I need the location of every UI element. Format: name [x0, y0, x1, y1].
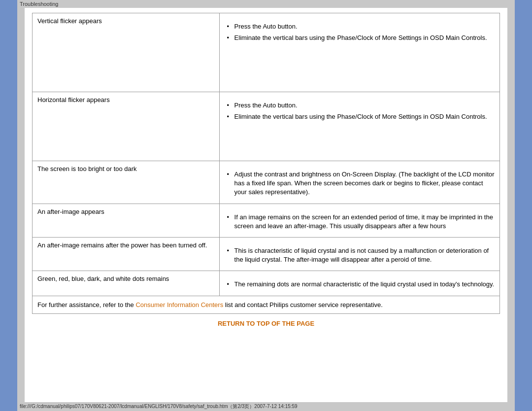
- consumer-info-link[interactable]: Consumer Information Centers: [135, 301, 223, 308]
- problem-text: Horizontal flicker appears: [37, 96, 110, 103]
- solution-cell: If an image remains on the screen for an…: [219, 204, 499, 237]
- breadcrumb: Troubleshooting: [20, 1, 58, 7]
- problem-cell: Horizontal flicker appears: [33, 92, 220, 161]
- solution-list: Adjust the contrast and brightness on On…: [225, 170, 495, 197]
- problem-cell: Green, red, blue, dark, and white dots r…: [33, 271, 220, 296]
- table-row: Vertical flicker appears Press the Auto …: [33, 13, 500, 92]
- return-to-top-link[interactable]: RETURN TO TOP OF THE PAGE: [218, 320, 314, 327]
- problem-text: Green, red, blue, dark, and white dots r…: [37, 275, 169, 282]
- table-row: Horizontal flicker appears Press the Aut…: [33, 92, 500, 161]
- problem-cell: An after-image appears: [33, 204, 220, 237]
- table-row: An after-image appears If an image remai…: [33, 204, 500, 237]
- list-item: The remaining dots are normal characteri…: [227, 280, 495, 289]
- problem-cell: Vertical flicker appears: [33, 13, 220, 92]
- left-sidebar: [0, 0, 17, 411]
- problem-text: An after-image remains after the power h…: [37, 241, 207, 249]
- solution-cell: Press the Auto button. Eliminate the ver…: [219, 13, 499, 92]
- footer-note: For further assistance, refer to the Con…: [32, 296, 500, 314]
- list-item: Press the Auto button.: [227, 22, 495, 31]
- table-row: Green, red, blue, dark, and white dots r…: [33, 271, 500, 296]
- solution-list: If an image remains on the screen for an…: [225, 213, 495, 231]
- list-item: If an image remains on the screen for an…: [227, 213, 495, 231]
- bottom-bar: file:///G:/cdmanual/philips07/170V80621-…: [17, 402, 515, 411]
- return-link-container: RETURN TO TOP OF THE PAGE: [32, 314, 500, 333]
- list-item: Adjust the contrast and brightness on On…: [227, 170, 495, 197]
- list-item: Eliminate the vertical bars using the Ph…: [227, 34, 495, 42]
- problem-text: An after-image appears: [37, 208, 104, 215]
- list-item: This is characteristic of liquid crystal…: [227, 246, 495, 264]
- problem-text: The screen is too bright or too dark: [37, 165, 137, 172]
- solution-list: Press the Auto button. Eliminate the ver…: [225, 22, 495, 42]
- list-item: Press the Auto button.: [227, 101, 495, 110]
- troubleshoot-table: Vertical flicker appears Press the Auto …: [32, 13, 500, 296]
- solution-cell: This is characteristic of liquid crystal…: [219, 237, 499, 271]
- solution-list: This is characteristic of liquid crystal…: [225, 246, 495, 264]
- white-content: Vertical flicker appears Press the Auto …: [25, 8, 507, 402]
- list-item: Eliminate the vertical bars using the Ph…: [227, 112, 495, 121]
- solution-cell: Press the Auto button. Eliminate the ver…: [219, 92, 499, 161]
- table-row: The screen is too bright or too dark Adj…: [33, 161, 500, 204]
- solution-cell: The remaining dots are normal characteri…: [219, 271, 499, 296]
- solution-list: The remaining dots are normal characteri…: [225, 280, 495, 289]
- table-row: An after-image remains after the power h…: [33, 237, 500, 271]
- problem-cell: An after-image remains after the power h…: [33, 237, 220, 271]
- footer-text-before: For further assistance, refer to the: [37, 301, 135, 308]
- top-bar: Troubleshooting: [17, 0, 515, 8]
- solution-cell: Adjust the contrast and brightness on On…: [219, 161, 499, 204]
- problem-cell: The screen is too bright or too dark: [33, 161, 220, 204]
- center-area: Troubleshooting Vertical flicker appears: [17, 0, 515, 411]
- footer-text-after: list and contact Philips customer servic…: [223, 301, 383, 308]
- solution-list: Press the Auto button. Eliminate the ver…: [225, 101, 495, 121]
- url-bar: file:///G:/cdmanual/philips07/170V80621-…: [20, 404, 298, 409]
- problem-text: Vertical flicker appears: [37, 17, 102, 25]
- content-area: Vertical flicker appears Press the Auto …: [25, 8, 507, 402]
- right-sidebar: [515, 0, 532, 411]
- page-wrapper: Troubleshooting Vertical flicker appears: [0, 0, 532, 411]
